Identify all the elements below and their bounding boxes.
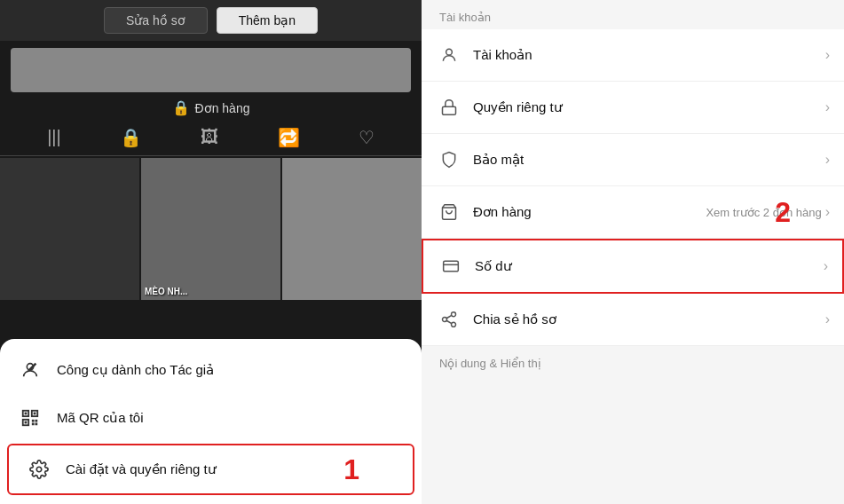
creator-tools-item[interactable]: Công cụ dành cho Tác giả bbox=[0, 346, 422, 394]
nav-icon-row: ||| 🔒 🖼 🔁 ♡ bbox=[0, 120, 422, 156]
qr-code-label: Mã QR của tôi bbox=[57, 410, 144, 426]
edit-profile-button[interactable]: Sửa hồ sơ bbox=[104, 7, 208, 34]
orders-sub: Xem trước 2 đơn hàng bbox=[706, 206, 821, 219]
svg-rect-5 bbox=[34, 413, 36, 415]
orders-label: Đơn hàng bbox=[473, 204, 706, 220]
account-label: Tài khoản bbox=[473, 47, 825, 63]
account-item[interactable]: Tài khoản › bbox=[422, 29, 844, 82]
orders-item[interactable]: Đơn hàng Xem trước 2 đơn hàng › 2 bbox=[422, 186, 844, 239]
number-badge-1: 1 bbox=[343, 453, 359, 486]
order-text: Đơn hàng bbox=[195, 101, 250, 115]
grid-icon[interactable]: ||| bbox=[47, 127, 61, 148]
privacy-chevron: › bbox=[825, 99, 830, 115]
share-icon bbox=[436, 306, 462, 333]
photo-cell-2: MÈO NH... bbox=[141, 158, 280, 300]
security-label: Bảo mật bbox=[473, 152, 825, 168]
photo-label: MÈO NH... bbox=[145, 287, 187, 296]
orders-icon bbox=[436, 199, 462, 225]
share-profile-label: Chia sẻ hồ sơ bbox=[473, 311, 825, 327]
photo-cell-1 bbox=[0, 158, 139, 300]
svg-rect-6 bbox=[25, 421, 28, 424]
share-chevron: › bbox=[825, 311, 830, 327]
privacy-item[interactable]: Quyền riêng tư › bbox=[422, 82, 844, 134]
banner-area bbox=[11, 48, 411, 92]
svg-rect-4 bbox=[25, 413, 28, 415]
heart-icon[interactable]: ♡ bbox=[359, 127, 375, 148]
svg-rect-7 bbox=[32, 420, 35, 422]
account-chevron: › bbox=[825, 47, 830, 63]
privacy-icon bbox=[436, 94, 462, 121]
section-title-account: Tài khoản bbox=[422, 0, 844, 29]
svg-rect-15 bbox=[444, 261, 459, 272]
svg-line-21 bbox=[446, 315, 452, 318]
photo-cell-3 bbox=[282, 158, 422, 300]
order-icon: 🔒 bbox=[172, 99, 190, 116]
account-icon bbox=[436, 42, 462, 68]
svg-rect-10 bbox=[35, 423, 38, 426]
repost-icon[interactable]: 🔁 bbox=[278, 127, 300, 148]
svg-point-12 bbox=[446, 49, 453, 55]
security-item[interactable]: Bảo mật › bbox=[422, 134, 844, 186]
order-row: 🔒 Đơn hàng bbox=[0, 99, 422, 116]
right-panel: Tài khoản Tài khoản › Quyền riêng tư › B… bbox=[422, 0, 844, 504]
qr-code-item[interactable]: Mã QR của tôi bbox=[0, 394, 422, 442]
number-badge-2: 2 bbox=[775, 196, 791, 229]
settings-item[interactable]: Cài đặt và quyền riêng tư 1 bbox=[7, 444, 414, 495]
svg-rect-9 bbox=[32, 423, 35, 426]
gallery-icon[interactable]: 🖼 bbox=[201, 127, 218, 148]
svg-point-17 bbox=[452, 312, 456, 317]
svg-rect-13 bbox=[443, 106, 456, 114]
balance-chevron: › bbox=[824, 258, 828, 274]
balance-label: Số dư bbox=[475, 258, 824, 274]
lock-icon[interactable]: 🔒 bbox=[120, 127, 142, 148]
settings-label: Cài đặt và quyền riêng tư bbox=[66, 461, 217, 477]
section-title-content: Nội dung & Hiển thị bbox=[422, 346, 844, 375]
privacy-label: Quyền riêng tư bbox=[473, 99, 825, 115]
left-panel: Sửa hồ sơ Thêm bạn 🔒 Đơn hàng ||| 🔒 🖼 🔁 … bbox=[0, 0, 422, 504]
svg-point-18 bbox=[443, 318, 447, 322]
security-icon bbox=[436, 146, 462, 173]
photo-grid: MÈO NH... bbox=[0, 158, 422, 300]
share-profile-item[interactable]: Chia sẻ hồ sơ › bbox=[422, 294, 844, 346]
bottom-menu: Công cụ dành cho Tác giả Mã QR của tôi bbox=[0, 339, 422, 504]
add-friend-button[interactable]: Thêm bạn bbox=[217, 7, 318, 34]
settings-icon bbox=[27, 457, 51, 482]
creator-tools-label: Công cụ dành cho Tác giả bbox=[57, 362, 214, 378]
creator-icon bbox=[18, 358, 43, 382]
orders-chevron: › bbox=[825, 204, 830, 220]
qr-icon bbox=[18, 406, 43, 430]
balance-item[interactable]: Số dư › bbox=[422, 239, 844, 294]
svg-point-11 bbox=[36, 467, 42, 472]
svg-line-20 bbox=[446, 320, 452, 323]
balance-icon bbox=[438, 253, 464, 280]
security-chevron: › bbox=[825, 152, 830, 168]
svg-point-19 bbox=[452, 322, 456, 327]
svg-rect-8 bbox=[35, 420, 38, 422]
top-bar: Sửa hồ sơ Thêm bạn bbox=[0, 0, 422, 41]
